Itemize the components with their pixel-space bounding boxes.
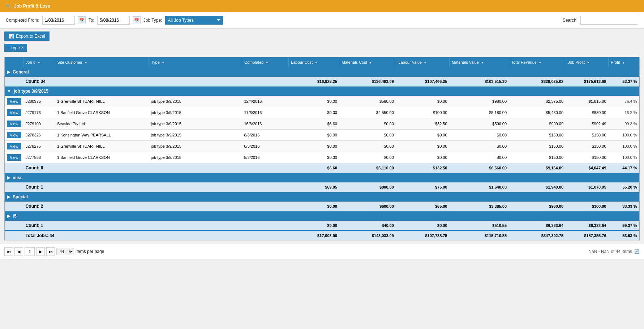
refresh-icon[interactable]: 🔄 <box>634 249 640 254</box>
table-row: View J277853 1 Banfield Grove CLARKSON j… <box>5 152 639 163</box>
completed-from-input[interactable] <box>42 16 75 25</box>
group-toggle-special[interactable]: ▶ <box>7 194 10 199</box>
col-labour-cost[interactable]: Labour Cost ▼ <box>289 57 339 67</box>
special-labour-cost: $0.00 <box>289 202 339 211</box>
col-type[interactable]: Type ▼ <box>149 57 242 67</box>
search-label: Search: <box>563 18 578 23</box>
site-customer: Seaside Pty Ltd <box>55 118 149 130</box>
general-labour-cost: $16,928.25 <box>289 77 339 87</box>
sort-icon: ▼ <box>538 61 542 64</box>
col-total-revenue[interactable]: Total Revenue ▼ <box>509 57 566 67</box>
t5-total-revenue: $6,363.64 <box>509 221 566 231</box>
summary-row-special: Count: 2 $0.00 $600.00 $65.00 $3,385.00 … <box>5 202 639 211</box>
group-toggle-t5[interactable]: ▶ <box>7 214 10 219</box>
jobtype-materials-value: $6,660.00 <box>450 163 509 173</box>
col-profit[interactable]: Profit ▼ <box>609 57 639 67</box>
view-button[interactable]: View <box>7 143 21 149</box>
group-toggle-general[interactable]: ▶ <box>7 69 10 75</box>
misc-materials-value: $1,640.00 <box>450 182 509 192</box>
pagination-info: NaN - NaN of 44 items 🔄 <box>588 249 640 254</box>
content-area: 📊 Export to Excel - Type × Job # ▼ Site … <box>0 29 644 244</box>
export-button[interactable]: 📊 Export to Excel <box>4 31 50 41</box>
group-header-general[interactable]: ▶ General <box>5 67 639 77</box>
view-button[interactable]: View <box>7 132 21 138</box>
special-materials-cost: $600.00 <box>339 202 396 211</box>
col-job-profit[interactable]: Job Profit ▼ <box>566 57 608 67</box>
profit-pct: 16.2 % <box>609 107 639 118</box>
general-materials-cost: $136,483.09 <box>339 77 396 87</box>
col-materials-cost[interactable]: Materials Cost ▼ <box>339 57 396 67</box>
to-label: To: <box>89 18 94 23</box>
col-job-num[interactable]: Job # ▼ <box>23 57 55 67</box>
type: job type 3/9/2015 <box>149 107 242 118</box>
site-customer: 1 Banfield Grove CLARKSON <box>55 107 149 118</box>
view-button[interactable]: View <box>7 98 21 105</box>
to-input[interactable] <box>97 16 130 25</box>
col-labour-value[interactable]: Labour Value ▼ <box>396 57 450 67</box>
app-header: 🔧 Job Profit & Loss <box>0 0 644 12</box>
group-name-special: Special <box>13 194 28 199</box>
completed: 12/4/2016 <box>242 96 288 107</box>
sort-icon: ▼ <box>622 61 625 64</box>
group-header-jobtype[interactable]: ▼ job type 3/9/2015 <box>5 87 639 96</box>
jobtype-profit: 44.17 % <box>609 163 639 173</box>
view-button[interactable]: View <box>7 109 21 116</box>
total-revenue: $5,430.00 <box>509 107 566 118</box>
per-page-select[interactable]: 44 25 50 100 <box>56 248 74 255</box>
total-revenue: $2,375.00 <box>509 96 566 107</box>
misc-count: Count: 1 <box>26 185 43 190</box>
labour-value: $0.00 <box>396 130 450 141</box>
job-type-label: Job Type: <box>143 18 162 23</box>
col-completed[interactable]: Completed ▼ <box>242 57 288 67</box>
pagination-range: NaN - NaN of 44 items <box>588 249 632 254</box>
completed: 8/3/2016 <box>242 130 288 141</box>
group-name-jobtype: job type 3/9/2015 <box>14 89 48 94</box>
job-profit: $902.49 <box>566 118 608 130</box>
to-calendar-icon[interactable]: 📅 <box>133 16 141 24</box>
group-toggle-jobtype[interactable]: ▼ <box>7 89 11 94</box>
general-materials-value: $103,515.30 <box>450 77 509 87</box>
total-jobs-label: Total Jobs: 44 <box>26 233 55 238</box>
labour-value: $32.50 <box>396 118 450 130</box>
page-number-input[interactable] <box>25 247 35 256</box>
col-materials-value[interactable]: Materials Value ▼ <box>450 57 509 67</box>
general-profit: 53.37 % <box>609 77 639 87</box>
special-labour-value: $65.00 <box>396 202 450 211</box>
total-labour-cost: $17,003.90 <box>289 231 339 241</box>
completed: 8/3/2016 <box>242 152 288 163</box>
sort-icon: ▼ <box>314 61 318 64</box>
first-page-button[interactable]: ⏮ <box>4 247 13 256</box>
sort-icon: ▼ <box>162 61 165 64</box>
search-input[interactable] <box>580 16 638 25</box>
table-row: View J279109 Seaside Pty Ltd job type 3/… <box>5 118 639 130</box>
view-button[interactable]: View <box>7 154 21 161</box>
group-filter-label: - Type × <box>8 45 23 50</box>
last-page-button[interactable]: ⏭ <box>46 247 55 256</box>
summary-row-jobtype: Count: 6 $6.60 $5,110.00 $132.50 $6,660.… <box>5 163 639 173</box>
job-num: J279176 <box>23 107 55 118</box>
labour-cost: $0.00 <box>289 96 339 107</box>
t5-labour-value: $0.00 <box>396 221 450 231</box>
profit-pct: 100.0 % <box>609 152 639 163</box>
group-header-misc[interactable]: ▶ misc <box>5 173 639 183</box>
job-type-select[interactable]: All Job Types General Special misc t5 jo… <box>165 16 223 25</box>
group-header-special[interactable]: ▶ Special <box>5 192 639 202</box>
site-customer: 1 Grenville St TUART HILL <box>55 96 149 107</box>
prev-page-button[interactable]: ◀ <box>14 247 23 256</box>
labour-value: $0.00 <box>396 96 450 107</box>
group-toggle-misc[interactable]: ▶ <box>7 175 10 180</box>
job-profit: $150.00 <box>566 141 608 152</box>
group-filter-pill[interactable]: - Type × <box>4 44 27 52</box>
misc-profit: 55.20 % <box>609 182 639 192</box>
group-header-t5[interactable]: ▶ t5 <box>5 211 639 221</box>
job-num: J278275 <box>23 141 55 152</box>
table-header-row: Job # ▼ Site Customer ▼ Type ▼ Completed… <box>5 57 639 67</box>
misc-job-profit: $1,070.95 <box>566 182 608 192</box>
view-button[interactable]: View <box>7 121 21 127</box>
group-name-general: General <box>13 69 29 75</box>
completed-from-calendar-icon[interactable]: 📅 <box>78 16 86 24</box>
col-site-customer[interactable]: Site Customer ▼ <box>55 57 149 67</box>
next-page-button[interactable]: ▶ <box>36 247 45 256</box>
profit-pct: 99.3 % <box>609 118 639 130</box>
type: job type 3/9/2015 <box>149 96 242 107</box>
